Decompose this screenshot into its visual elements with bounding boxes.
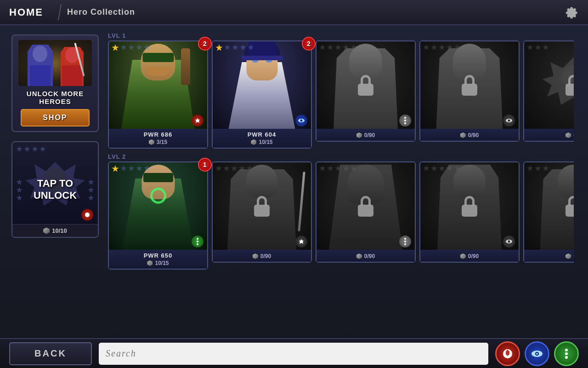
sol-lock-icon (460, 196, 479, 217)
collection-title: Hero Collection (67, 7, 135, 17)
search-input[interactable] (106, 348, 481, 359)
shop-button[interactable]: SHOP (21, 109, 90, 126)
ds-gem (253, 253, 258, 259)
sup2-gem (460, 132, 466, 138)
gl-star-1 (112, 165, 119, 172)
gl-body (123, 165, 194, 250)
archer-partial-card[interactable]: 0/5 (523, 161, 574, 263)
sup-gem (356, 132, 362, 138)
zatanna-card[interactable]: PWR 604 10/15 (212, 40, 312, 149)
superman-locked-card-wrapper: 0/90 (316, 40, 416, 149)
zat-pwr: PWR 604 (216, 131, 307, 138)
bat-lock-icon (564, 75, 574, 96)
svg-rect-2 (30, 65, 51, 86)
cr-gem (356, 253, 362, 259)
zat-star-4 (240, 44, 246, 51)
gl-info: PWR 650 10/15 (109, 250, 207, 269)
gl-pwr: PWR 650 (113, 252, 204, 259)
superman-locked-card[interactable]: 0/90 (316, 40, 416, 142)
filter-dots-button[interactable] (554, 341, 579, 366)
filter-eye-button[interactable] (525, 341, 549, 366)
svg-point-1 (33, 46, 47, 62)
search-wrapper[interactable] (99, 343, 488, 365)
star-5 (144, 44, 150, 51)
gl-art (109, 162, 207, 250)
hero-grid: LVL 1 (108, 32, 579, 334)
ga-art (109, 41, 207, 129)
zat-progress-text: 10/15 (259, 139, 272, 145)
unlock-heroes-card[interactable]: UNLOCK MORE HEROES SHOP (11, 34, 99, 132)
archer-partial-card-wrapper: 0/5 (523, 161, 574, 270)
green-arrow-card[interactable]: PWR 686 3/15 (108, 40, 208, 149)
filter-fist-button[interactable] (495, 341, 520, 366)
header-divider (58, 4, 62, 20)
zatanna-portrait (213, 41, 311, 129)
green-lantern-card[interactable]: PWR 650 10/15 (108, 161, 208, 270)
ga-pwr: PWR 686 (113, 131, 204, 138)
batman-portrait (524, 41, 574, 129)
gear-icon (562, 4, 579, 21)
deathstroke-card[interactable]: 0/90 (212, 161, 312, 263)
hero-row-1: LVL 1 (108, 32, 579, 149)
stars-row (112, 44, 204, 52)
sol-info: 0/90 (420, 250, 519, 262)
batman-partial-card[interactable]: 0/9 (523, 40, 574, 142)
bat-lock-overlay (524, 41, 574, 129)
green-arrow-card-wrapper: PWR 686 3/15 2 (108, 40, 208, 149)
cr-lock-icon (356, 196, 375, 217)
back-button[interactable]: BACK (9, 342, 92, 365)
ds-lock-overlay (213, 162, 311, 250)
zat-star-3 (232, 44, 238, 51)
main-content: UNLOCK MORE HEROES SHOP (0, 25, 588, 338)
sup-progress: 0/90 (320, 132, 411, 138)
gl-star-5 (144, 165, 150, 172)
creature-card[interactable]: 0/90 (316, 161, 416, 263)
ga-progress-text: 3/15 (157, 139, 167, 145)
cr-lock-overlay (317, 162, 415, 250)
gl-gem (147, 260, 153, 266)
sup-ability-icon (399, 115, 411, 126)
sol-progress: 0/90 (424, 253, 515, 259)
bat-progress-text: 0/9 (573, 132, 574, 138)
gl-progress-text: 10/15 (155, 260, 169, 266)
star-4 (136, 44, 142, 51)
deathstroke-portrait (213, 162, 311, 250)
zat-star-2 (224, 44, 231, 51)
zat-info: PWR 604 10/15 (213, 129, 311, 148)
sol-lock-overlay (420, 162, 519, 250)
fist-filter-icon (502, 348, 514, 360)
soldier-card[interactable]: 0/90 (419, 161, 520, 263)
gl-star-3 (128, 165, 135, 172)
soldier-portrait (420, 162, 519, 250)
row2-level-label: LVL 2 (108, 153, 579, 160)
gl-star-4 (136, 165, 142, 172)
batman-partial-card-wrapper: 0/9 (523, 40, 574, 149)
ga-gem (149, 139, 154, 145)
star-1 (112, 44, 119, 52)
bat-gem (565, 132, 571, 138)
sup-progress-text: 0/90 (364, 132, 375, 138)
sup2-ability-icon (503, 115, 515, 126)
svg-rect-5 (62, 65, 82, 86)
settings-button[interactable] (562, 4, 579, 21)
green-arrow-portrait (109, 41, 207, 129)
gl-star-2 (120, 165, 127, 172)
sup2-info: 0/90 (420, 129, 519, 141)
superman2-locked-card[interactable]: 0/90 (419, 40, 520, 142)
cr-progress: 0/90 (320, 253, 411, 259)
tap-to-unlock-card[interactable]: TAP TO UNLOCK 10/10 (11, 141, 99, 238)
zat-ability-icon (295, 115, 307, 126)
row1-level-label: LVL 1 (108, 32, 579, 39)
arch-lock-overlay (524, 162, 574, 250)
gl-ability-icon (192, 236, 204, 247)
cr-ability-icon (399, 236, 411, 247)
bat-progress: 0/9 (528, 132, 574, 138)
ds-ability-icon (295, 236, 307, 247)
tap-unlock-progress: 10/10 (12, 224, 98, 237)
svg-point-18 (536, 353, 538, 355)
cr-info: 0/90 (317, 250, 415, 262)
sup2-progress-text: 0/90 (468, 132, 479, 138)
ds-lock-icon (253, 196, 271, 217)
row2-cards: PWR 650 10/15 1 (108, 161, 579, 270)
home-tab[interactable]: HOME (9, 6, 52, 18)
